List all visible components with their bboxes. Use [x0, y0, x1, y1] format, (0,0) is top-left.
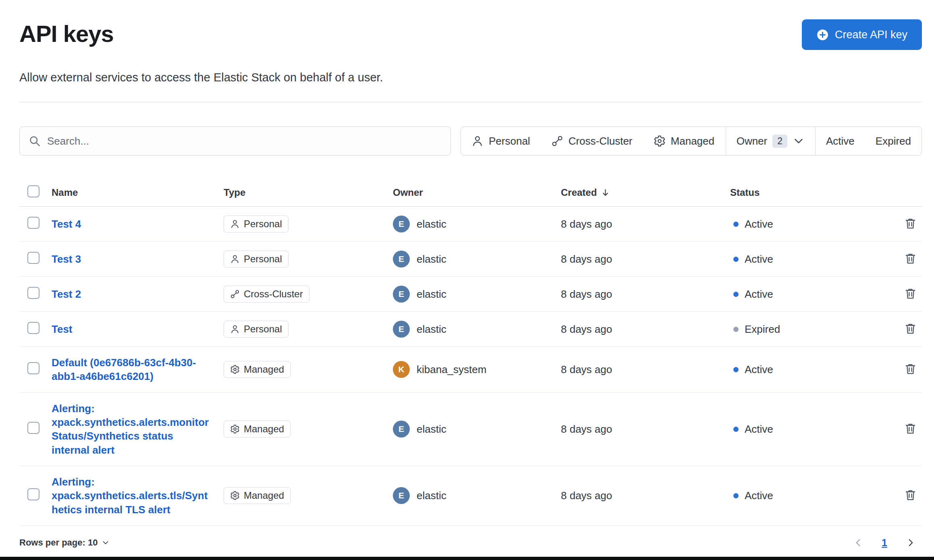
- search-input[interactable]: [47, 135, 442, 147]
- created-cell: 8 days ago: [561, 323, 730, 336]
- type-badge-label: Personal: [244, 324, 282, 335]
- filter-group: Personal Cross-Cluster Managed Owner 2 A…: [461, 127, 922, 156]
- api-key-name-link[interactable]: Alerting: xpack.synthetics.alerts.monito…: [52, 402, 210, 457]
- filter-managed-button[interactable]: Managed: [643, 127, 725, 155]
- type-badge: Managed: [224, 421, 291, 438]
- owner-cell: E elastic: [393, 286, 561, 303]
- status-dot: [733, 257, 739, 262]
- api-key-name-link[interactable]: Test 2: [52, 287, 81, 301]
- api-key-name-link[interactable]: Test 4: [52, 217, 81, 231]
- type-badge: Cross-Cluster: [224, 286, 309, 303]
- select-row-checkbox[interactable]: [27, 217, 39, 229]
- owner-filter-count-badge: 2: [772, 135, 787, 148]
- owner-name: elastic: [417, 423, 446, 436]
- cluster-icon: [551, 135, 563, 147]
- status-dot: [733, 427, 739, 432]
- user-icon: [230, 324, 240, 334]
- select-row-checkbox[interactable]: [27, 422, 39, 434]
- status-cell: Active: [730, 363, 903, 376]
- created-cell: 8 days ago: [561, 253, 730, 265]
- type-badge: Personal: [224, 216, 289, 232]
- delete-button[interactable]: [903, 421, 918, 436]
- status-cell: Active: [730, 489, 903, 502]
- created-cell: 8 days ago: [561, 363, 730, 376]
- search-icon: [29, 135, 41, 147]
- api-key-name-link[interactable]: Test: [52, 322, 73, 336]
- chevron-down-icon: [793, 135, 805, 147]
- select-row-checkbox[interactable]: [27, 362, 39, 374]
- created-cell: 8 days ago: [561, 288, 730, 301]
- pagination: 1: [853, 537, 922, 549]
- table-row: Alerting: xpack.synthetics.alerts.tls/Sy…: [19, 466, 922, 526]
- owner-name: elastic: [417, 489, 446, 502]
- avatar: E: [393, 286, 410, 303]
- filter-expired-button[interactable]: Expired: [865, 127, 922, 155]
- delete-button[interactable]: [903, 487, 918, 503]
- owner-name: elastic: [417, 288, 446, 301]
- status-cell: Expired: [730, 323, 903, 336]
- status-label: Active: [745, 288, 773, 301]
- select-row-checkbox[interactable]: [27, 287, 39, 299]
- status-dot: [733, 367, 739, 372]
- owner-cell: E elastic: [393, 421, 561, 438]
- avatar: E: [393, 421, 410, 438]
- chevron-down-icon: [102, 539, 110, 547]
- gear-icon: [230, 424, 240, 434]
- column-header-created[interactable]: Created: [561, 187, 730, 198]
- api-key-name-link[interactable]: Alerting: xpack.synthetics.alerts.tls/Sy…: [52, 475, 210, 516]
- next-page-button[interactable]: [906, 538, 915, 548]
- type-badge-label: Managed: [244, 423, 284, 435]
- owner-cell: E elastic: [393, 321, 561, 338]
- trash-icon: [904, 252, 917, 265]
- page-content: API keys Create API key Allow external s…: [0, 0, 934, 156]
- avatar: E: [393, 321, 410, 338]
- owner-filter-dropdown[interactable]: Owner 2: [726, 127, 815, 155]
- page-1-button[interactable]: 1: [882, 537, 887, 549]
- select-all-checkbox[interactable]: [27, 185, 39, 197]
- table-body: Test 4 Personal E elastic 8 days ago Act…: [19, 207, 922, 526]
- column-header-type: Type: [224, 187, 393, 198]
- filter-personal-label: Personal: [489, 135, 530, 147]
- type-badge: Personal: [224, 321, 289, 338]
- owner-name: elastic: [417, 323, 446, 336]
- prev-page-button[interactable]: [853, 538, 863, 548]
- page-header: API keys Create API key: [19, 17, 922, 50]
- cluster-icon: [230, 289, 240, 299]
- type-badge-label: Personal: [244, 218, 282, 230]
- select-row-checkbox[interactable]: [27, 322, 39, 334]
- delete-button[interactable]: [903, 321, 918, 336]
- delete-button[interactable]: [903, 251, 918, 266]
- api-keys-table: Name Type Owner Created Status Test 4 Pe…: [19, 178, 922, 526]
- plus-in-circle-icon: [816, 29, 829, 41]
- chevron-left-icon: [853, 538, 863, 548]
- select-row-checkbox[interactable]: [27, 252, 39, 264]
- filter-active-label: Active: [826, 135, 855, 147]
- sort-desc-icon: [601, 188, 610, 197]
- table-footer: Rows per page: 10 1: [19, 526, 922, 560]
- api-key-name-link[interactable]: Test 3: [52, 252, 81, 266]
- create-api-key-button[interactable]: Create API key: [802, 19, 922, 50]
- table-header-row: Name Type Owner Created Status: [19, 178, 922, 207]
- owner-name: elastic: [417, 253, 446, 265]
- trash-icon: [904, 322, 917, 335]
- search-box: [19, 127, 451, 156]
- table-row: Test 2 Cross-Cluster E elastic 8 days ag…: [19, 277, 922, 312]
- filter-active-button[interactable]: Active: [816, 127, 865, 155]
- type-badge: Managed: [224, 487, 291, 504]
- status-label: Active: [745, 489, 773, 502]
- created-cell: 8 days ago: [561, 423, 730, 436]
- delete-button[interactable]: [903, 361, 918, 377]
- delete-button[interactable]: [903, 286, 918, 301]
- delete-button[interactable]: [903, 216, 918, 231]
- type-badge: Personal: [224, 251, 289, 268]
- trash-icon: [904, 489, 917, 501]
- column-header-created-label: Created: [561, 187, 597, 198]
- column-header-owner: Owner: [393, 187, 561, 198]
- api-key-name-link[interactable]: Default (0e67686b-63cf-4b30-abb1-a46be61…: [52, 356, 210, 384]
- column-header-name: Name: [52, 187, 224, 198]
- rows-per-page-button[interactable]: Rows per page: 10: [19, 537, 110, 548]
- filter-cross-cluster-button[interactable]: Cross-Cluster: [541, 127, 643, 155]
- filter-managed-label: Managed: [671, 135, 714, 147]
- select-row-checkbox[interactable]: [27, 488, 39, 500]
- filter-personal-button[interactable]: Personal: [461, 127, 541, 155]
